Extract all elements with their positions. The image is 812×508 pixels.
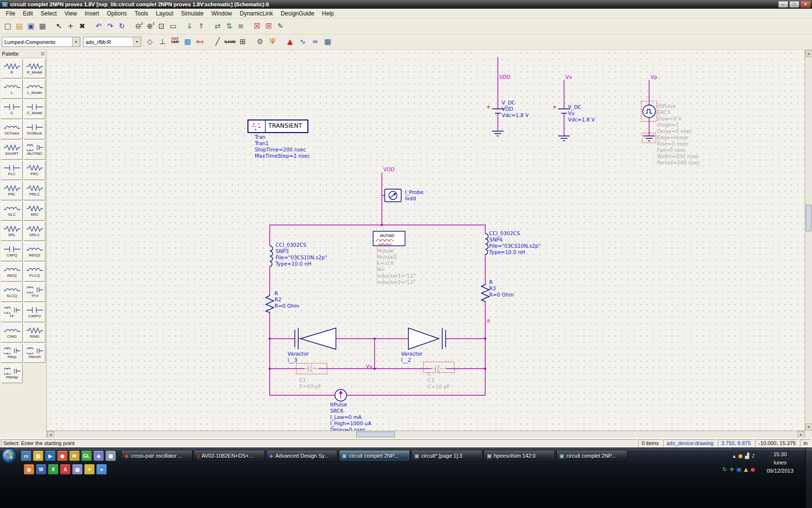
palette-item-slcq[interactable]: SLCQ: [1, 283, 23, 302]
taskbar-button-ads-main[interactable]: ◆ Advanced Design Sy...: [266, 450, 337, 462]
hidden-icons-chevron[interactable]: ▴: [733, 453, 736, 459]
tray-network-icon[interactable]: ▟: [745, 453, 749, 459]
gl-app-icon[interactable]: GL: [81, 450, 92, 461]
maximize-button[interactable]: □: [789, 1, 799, 8]
align-button[interactable]: ≡: [235, 20, 246, 32]
snp3-params[interactable]: CCI_0302CS SNP3 File="03CS10N.s2p" Type=…: [276, 242, 327, 267]
show-desktop-button[interactable]: [805, 448, 812, 508]
undo-button[interactable]: ↶: [93, 20, 104, 32]
probe-button[interactable]: Ψ: [267, 36, 278, 48]
varactor-right-symbol[interactable]: [408, 328, 446, 349]
snp4-params[interactable]: CCI_0302CS SNP4 File="03CS10N.s2p" Type=…: [489, 230, 541, 255]
tray-shield-icon[interactable]: ✚: [729, 466, 734, 473]
palette-item-tf[interactable]: TF: [1, 303, 23, 322]
scroll-down-icon[interactable]: ▼: [805, 423, 812, 431]
taskbar-button-schematic-2[interactable]: ▣ circuit complet 2NP...: [556, 450, 627, 462]
menu-view[interactable]: View: [60, 9, 81, 18]
varactor-left-params[interactable]: Varactor l__3: [288, 351, 309, 363]
r2-params[interactable]: R R2 R=0 Ohm: [275, 290, 299, 309]
taskbar-button-schematic[interactable]: ▣ circuit complet 2NP...: [339, 450, 410, 462]
move-updown-button[interactable]: ⇅: [223, 20, 235, 32]
vdd-source-params[interactable]: V_DC VDD Vdc=1.8 V: [502, 100, 529, 119]
minimize-button[interactable]: –: [778, 1, 788, 8]
vv-node-label[interactable]: Vv: [366, 363, 372, 370]
vertical-scroll-thumb[interactable]: [806, 205, 812, 231]
media-player-icon[interactable]: ▶: [45, 450, 56, 461]
taskbar-button-layout[interactable]: ▣ circuit* [page 1]:3: [411, 450, 482, 462]
menu-options[interactable]: Options: [103, 9, 130, 18]
sync-icon[interactable]: ●: [96, 464, 107, 475]
name-button[interactable]: NAME: [224, 36, 236, 48]
tray-volume-icon[interactable]: ♪: [752, 453, 755, 459]
menu-help[interactable]: Help: [318, 9, 338, 18]
palette-item-mutind[interactable]: MUTIND: [24, 140, 45, 160]
scroll-left-icon[interactable]: ◄: [47, 431, 54, 438]
palette-item-c[interactable]: C: [1, 100, 23, 119]
palette-dock-icon[interactable]: ⊡: [41, 51, 44, 56]
vdd-voltage-source-symbol[interactable]: [487, 105, 504, 136]
zoom-full-button[interactable]: ▭: [167, 20, 179, 32]
move-button[interactable]: +: [65, 20, 76, 32]
word-icon[interactable]: W: [36, 464, 46, 475]
tray-msg-icon[interactable]: ▣: [737, 466, 741, 473]
vdd-rail-label[interactable]: VDD: [499, 74, 510, 80]
palette-item-l[interactable]: L: [1, 79, 23, 99]
wire-label-button[interactable]: ⊞: [237, 36, 248, 48]
tray-misc-icon[interactable]: ●: [750, 466, 755, 473]
palette-item-dcfeed[interactable]: DCFeed: [1, 120, 23, 139]
simulate-button[interactable]: ▲: [284, 36, 296, 48]
scroll-right-icon[interactable]: ►: [798, 431, 805, 438]
start-button[interactable]: [2, 448, 16, 463]
horizontal-scroll-thumb[interactable]: [356, 432, 395, 437]
palette-item-indq2[interactable]: INDQ2: [24, 242, 45, 261]
tray-sync-icon[interactable]: ↻: [723, 466, 727, 473]
a-node-label[interactable]: a: [487, 317, 490, 324]
itpulse-params[interactable]: ItPulse SRC6 I_Low=0 mA I_High=1000 uA D…: [330, 402, 371, 433]
c2-params[interactable]: C C2 C=10 pF: [428, 371, 450, 390]
c1-params[interactable]: C1 C=10 pF: [299, 377, 321, 389]
palette-item-rind[interactable]: RIND: [24, 323, 45, 343]
mutind-title[interactable]: MUTIND: [380, 233, 394, 239]
palette-item-capq[interactable]: CAPQ: [1, 242, 23, 261]
palette-item-src[interactable]: SRC: [24, 201, 45, 221]
palette-item-cind[interactable]: CIND: [1, 323, 23, 343]
palette-item-srl[interactable]: SRL: [1, 222, 23, 241]
menu-window[interactable]: Window: [207, 9, 236, 18]
menu-file[interactable]: File: [2, 9, 19, 18]
palette-item-dcblock[interactable]: DCBlock: [24, 120, 45, 139]
scroll-up-icon[interactable]: ▲: [805, 50, 812, 57]
open-file-button[interactable]: ▤: [14, 20, 25, 32]
close-button[interactable]: ✕: [800, 1, 811, 8]
vp-rail-label[interactable]: Vp: [651, 74, 657, 80]
part-symbol-button[interactable]: ◇: [144, 36, 156, 48]
var-button[interactable]: 0110 VAR: [169, 36, 181, 48]
palette-item-indq[interactable]: INDQ: [1, 262, 23, 282]
inductor-snp4-symbol[interactable]: [485, 234, 488, 254]
pop-hierarchy-button[interactable]: ⇑: [195, 20, 207, 32]
deactivate-short-button[interactable]: ☒: [263, 20, 275, 32]
zoom-area-button[interactable]: ⊡: [156, 20, 167, 32]
varactor-left-symbol[interactable]: [295, 328, 336, 349]
mutind-params[interactable]: Mutual Mutual1 K=-0.6 M= Inductor1="L1" …: [377, 248, 416, 285]
vp-source-params[interactable]: VtPulse SRC3 Vlow=0 V Vhigh=1 Delay=0 ns…: [657, 103, 700, 166]
pdf-app-icon[interactable]: A: [60, 464, 71, 475]
firefox-icon[interactable]: ◉: [24, 464, 34, 475]
select-arrow-button[interactable]: ↖: [53, 20, 65, 32]
delete-button[interactable]: ✖: [76, 20, 88, 32]
tray-update-icon[interactable]: ●: [738, 453, 743, 459]
pulse-current-source-symbol[interactable]: [335, 389, 347, 401]
swap-component-button[interactable]: ⇄: [212, 20, 223, 32]
mail-icon[interactable]: ✉: [69, 450, 80, 461]
vv-voltage-source-symbol[interactable]: [553, 105, 570, 141]
palette-item-slc[interactable]: SLC: [1, 201, 23, 221]
menu-simulate[interactable]: Simulate: [177, 9, 208, 18]
tray-alert-icon[interactable]: ▲: [744, 466, 748, 473]
palette-item-xferp[interactable]: Xferp: [1, 344, 23, 363]
palette-item-prl[interactable]: PRL: [1, 181, 23, 200]
palette-item-srlc[interactable]: SRLC: [24, 222, 45, 241]
save-button[interactable]: ▣: [25, 20, 37, 32]
zoom-in-button[interactable]: ⊕ 2: [144, 20, 156, 32]
chevron-down-icon[interactable]: ▼: [133, 37, 141, 46]
palette-category-dropdown[interactable]: Lumped-Components ▼: [2, 37, 80, 47]
tune-button[interactable]: ∿: [297, 36, 308, 48]
